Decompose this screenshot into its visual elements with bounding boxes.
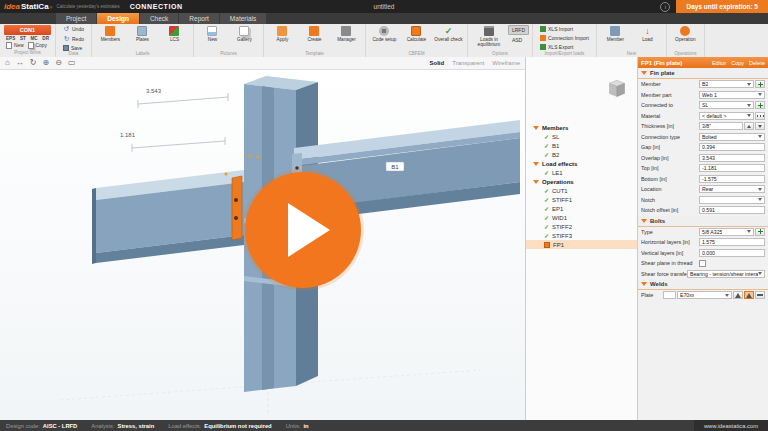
item-type-eps[interactable]: EPS [6, 36, 15, 41]
member-part-select[interactable]: Web 1 [699, 91, 765, 99]
weld-size-input[interactable] [663, 291, 676, 299]
tree-item-le1[interactable]: ✓LE1 [526, 168, 637, 177]
zoom-out-icon[interactable]: ⊖ [55, 59, 62, 67]
notch-offset-input[interactable]: 0.591 [699, 206, 765, 214]
template-manager-button[interactable]: Manager [331, 25, 362, 42]
weld-fillet-icon-button[interactable] [733, 291, 743, 299]
mode-solid-button[interactable]: Solid [430, 60, 445, 66]
add-member-button[interactable] [755, 80, 765, 88]
tab-project[interactable]: Project [56, 13, 96, 24]
new-picture-button[interactable]: New [197, 25, 228, 42]
tree-item-ep1[interactable]: ✓EP1 [526, 204, 637, 213]
member-tag-b1[interactable]: B1 [391, 164, 399, 170]
tab-materials[interactable]: Materials [220, 13, 266, 24]
orbit-icon[interactable]: ↻ [30, 59, 37, 67]
redo-button[interactable]: ↻Redo [59, 35, 88, 44]
overall-check-button[interactable]: ✓Overall check [433, 25, 464, 42]
tree-item-wid1[interactable]: ✓WID1 [526, 213, 637, 222]
bottom-input[interactable]: -1.575 [699, 175, 765, 183]
members-button[interactable]: Members [95, 25, 126, 42]
play-video-button[interactable] [245, 172, 361, 288]
material-select[interactable]: < default > [699, 112, 754, 120]
tree-item-stiff3[interactable]: ✓STIFF3 [526, 231, 637, 240]
member-select[interactable]: B2 [699, 80, 754, 88]
weld-double-fillet-icon-button[interactable] [744, 291, 754, 299]
info-icon[interactable]: i [660, 2, 670, 12]
copy-item-button[interactable]: Copy [28, 42, 47, 49]
tree-section-operations[interactable]: Operations [526, 177, 637, 186]
new-item-button[interactable]: New [6, 42, 24, 49]
calculate-button[interactable]: Calculate [401, 25, 432, 42]
copy-operation-button[interactable]: Copy [731, 60, 744, 66]
notch-select[interactable] [699, 196, 765, 204]
plates-button[interactable]: Plates [127, 25, 158, 42]
add-bolt-type-button[interactable] [755, 228, 765, 236]
gap-input[interactable]: 0.394 [699, 143, 765, 151]
lcs-button[interactable]: LCS [159, 25, 190, 42]
section-bolts[interactable]: Bolts [638, 216, 768, 227]
tree-item-fp1[interactable]: FP1 [526, 240, 637, 249]
xls-import-button[interactable]: XLS Import [536, 25, 577, 33]
item-type-dr[interactable]: DR [42, 36, 49, 41]
operation-icon [680, 26, 690, 36]
code-setup-button[interactable]: Code setup [369, 25, 400, 42]
home-view-icon[interactable]: ⌂ [5, 59, 10, 67]
new-load-button[interactable]: ↓Load [632, 25, 663, 42]
apply-template-button[interactable]: Apply [267, 25, 298, 42]
connection-type-select[interactable]: Bolted [699, 133, 765, 141]
bolt-type-select[interactable]: 5/8 A325 [699, 228, 754, 236]
chevron-down-icon [641, 219, 647, 223]
website-link[interactable]: www.ideastatica.com [694, 420, 768, 431]
new-member-button[interactable]: Member [600, 25, 631, 42]
operation-button[interactable]: Operation [670, 25, 701, 42]
item-type-mc[interactable]: MC [30, 36, 37, 41]
tree-item-b2[interactable]: ✓B2 [526, 150, 637, 159]
tab-design[interactable]: Design [97, 13, 139, 24]
electrode-select[interactable]: E70xx [677, 291, 732, 299]
connection-import-button[interactable]: Connection Import [536, 34, 593, 42]
pan-icon[interactable]: ↔ [16, 59, 24, 67]
chevron-down-icon [533, 126, 539, 130]
editor-button[interactable]: Editor [712, 60, 726, 66]
loads-in-equilibrium-button[interactable]: Loads in equilibrium [471, 25, 507, 47]
tab-report[interactable]: Report [179, 13, 219, 24]
thickness-up-button[interactable] [744, 122, 754, 130]
document-title: untitled [300, 3, 468, 10]
section-welds[interactable]: Welds [638, 279, 768, 290]
mode-transparent-button[interactable]: Transparent [452, 60, 484, 66]
connected-to-select[interactable]: SL [699, 101, 754, 109]
zoom-window-icon[interactable]: ▭ [68, 59, 76, 67]
weld-butt-icon-button[interactable] [755, 291, 765, 299]
undo-button[interactable]: ↺Undo [59, 25, 88, 34]
add-connected-button[interactable] [755, 101, 765, 109]
thickness-down-button[interactable] [755, 122, 765, 130]
overlap-input[interactable]: 3.543 [699, 154, 765, 162]
tree-section-load-effects[interactable]: Load effects [526, 159, 637, 168]
item-type-st[interactable]: ST [20, 36, 26, 41]
horizontal-layers-input[interactable]: 1.575 [699, 238, 765, 246]
viewport-3d[interactable]: B1 3.543 1.181 [0, 70, 525, 420]
tree-item-stiff1[interactable]: ✓STIFF1 [526, 195, 637, 204]
current-connection-button[interactable]: CON1 [4, 25, 51, 35]
tree-item-stiff2[interactable]: ✓STIFF2 [526, 222, 637, 231]
tree-item-b1[interactable]: ✓B1 [526, 141, 637, 150]
location-select[interactable]: Rear [699, 185, 765, 193]
asd-toggle[interactable]: ASD [508, 35, 529, 45]
tab-check[interactable]: Check [140, 13, 178, 24]
shear-force-transfer-select[interactable]: Bearing - tension/shear interaction [687, 270, 765, 278]
thickness-input[interactable]: 3/8" [699, 122, 743, 130]
delete-operation-button[interactable]: Delete [749, 60, 765, 66]
material-edit-button[interactable] [755, 112, 765, 120]
top-input[interactable]: -1.181 [699, 164, 765, 172]
lrfd-toggle[interactable]: LRFD [508, 25, 529, 35]
shear-plane-checkbox[interactable] [699, 260, 706, 267]
mode-wireframe-button[interactable]: Wireframe [492, 60, 520, 66]
zoom-in-icon[interactable]: ⊕ [43, 59, 50, 67]
tree-section-members[interactable]: Members [526, 123, 637, 132]
create-template-button[interactable]: Create [299, 25, 330, 42]
gallery-button[interactable]: Gallery [229, 25, 260, 42]
section-fin-plate[interactable]: Fin plate [638, 68, 768, 79]
vertical-layers-input[interactable]: 0.000 [699, 249, 765, 257]
tree-item-sl[interactable]: ✓SL [526, 132, 637, 141]
tree-item-cut1[interactable]: ✓CUT1 [526, 186, 637, 195]
